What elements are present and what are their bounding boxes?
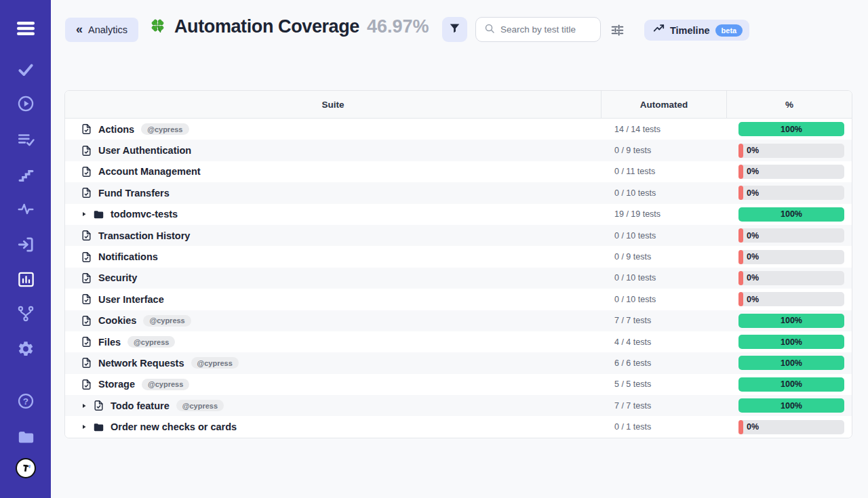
- steps-stairs-icon[interactable]: [16, 165, 36, 185]
- test-plans-list-check-icon[interactable]: [16, 129, 36, 150]
- search-input[interactable]: [500, 24, 593, 35]
- automated-count: 0 / 1 tests: [601, 422, 727, 432]
- coverage-bar: 0%: [738, 165, 844, 179]
- zero-percent-sliver: [738, 250, 743, 264]
- coverage-percent-title: 46.97%: [367, 16, 429, 37]
- runs-play-circle-icon[interactable]: [16, 94, 36, 114]
- testomat-logo[interactable]: [16, 458, 36, 478]
- suite-name: Files: [98, 337, 121, 348]
- file-check-icon: [81, 230, 92, 241]
- analytics-bar-chart-icon[interactable]: [16, 269, 36, 289]
- coverage-bar: 0%: [738, 144, 844, 158]
- tests-check-icon[interactable]: [16, 60, 36, 80]
- table-row[interactable]: Transaction History 0 / 10 tests 0%: [65, 225, 852, 246]
- table-row[interactable]: User Interface 0 / 10 tests 0%: [65, 289, 852, 310]
- percent-cell: 100%: [727, 122, 852, 136]
- back-label: Analytics: [88, 24, 127, 35]
- coverage-percent-label: 100%: [781, 358, 802, 368]
- expand-caret-icon[interactable]: [81, 211, 87, 217]
- automated-count: 14 / 14 tests: [601, 125, 727, 134]
- adjustments-sliders-icon[interactable]: [609, 22, 625, 38]
- settings-gear-icon[interactable]: [16, 339, 36, 359]
- file-check-icon: [81, 357, 92, 369]
- svg-text:?: ?: [23, 396, 28, 407]
- table-row[interactable]: Notifications 0 / 9 tests 0%: [65, 246, 852, 267]
- hamburger-menu-icon[interactable]: [16, 18, 36, 39]
- table-row[interactable]: Files @cypress 4 / 4 tests 100%: [65, 331, 852, 352]
- zero-percent-sliver: [738, 292, 743, 306]
- zero-percent-sliver: [738, 271, 743, 285]
- table-row[interactable]: todomvc-tests 19 / 19 tests 100%: [65, 204, 852, 225]
- percent-cell: 0%: [727, 228, 852, 243]
- table-row[interactable]: Network Requests @cypress 6 / 6 tests 10…: [65, 352, 852, 373]
- filter-button[interactable]: [442, 17, 467, 42]
- percent-cell: 0%: [727, 165, 852, 179]
- table-row[interactable]: User Authentication 0 / 9 tests 0%: [65, 140, 852, 161]
- suite-cell: Transaction History: [65, 230, 601, 241]
- table-row[interactable]: Cookies @cypress 7 / 7 tests 100%: [65, 310, 852, 331]
- coverage-percent-label: 0%: [747, 188, 759, 198]
- coverage-percent-label: 0%: [747, 295, 759, 304]
- percent-cell: 0%: [727, 186, 852, 200]
- coverage-percent-label: 100%: [781, 337, 802, 347]
- coverage-bar: 0%: [738, 186, 844, 200]
- expand-caret-icon[interactable]: [81, 402, 87, 409]
- table-row[interactable]: Actions @cypress 14 / 14 tests 100%: [65, 119, 852, 140]
- zero-percent-sliver: [738, 186, 743, 200]
- coverage-percent-label: 0%: [747, 422, 759, 432]
- suite-name: Fund Transfers: [98, 188, 170, 199]
- suite-cell: Actions @cypress: [65, 123, 601, 135]
- automated-count: 0 / 9 tests: [601, 146, 727, 155]
- coverage-percent-label: 100%: [781, 316, 802, 325]
- timeline-label: Timeline: [670, 25, 710, 36]
- suite-name: Todo feature: [111, 400, 170, 411]
- automated-count: 0 / 10 tests: [601, 273, 727, 283]
- import-log-in-icon[interactable]: [16, 234, 36, 255]
- suite-tag: @cypress: [142, 379, 189, 390]
- table-row[interactable]: Storage @cypress 5 / 5 tests 100%: [65, 374, 852, 395]
- pulse-activity-icon[interactable]: [16, 199, 36, 220]
- coverage-bar: 0%: [738, 250, 844, 264]
- back-to-analytics-button[interactable]: « Analytics: [65, 18, 138, 42]
- table-row[interactable]: Security 0 / 10 tests 0%: [65, 268, 852, 289]
- search-icon: [484, 23, 495, 37]
- help-question-icon[interactable]: ?: [16, 391, 36, 411]
- suite-cell: Fund Transfers: [65, 187, 601, 199]
- column-header-percent: %: [727, 91, 852, 118]
- percent-cell: 100%: [727, 335, 852, 349]
- coverage-bar: 100%: [738, 377, 844, 392]
- zero-percent-sliver: [738, 144, 743, 158]
- timeline-button[interactable]: Timeline beta: [644, 20, 749, 41]
- table-row[interactable]: Account Management 0 / 11 tests 0%: [65, 161, 852, 182]
- automated-count: 19 / 19 tests: [601, 209, 727, 219]
- percent-cell: 0%: [727, 271, 852, 285]
- suite-cell: User Authentication: [65, 145, 601, 157]
- table-header: Suite Automated %: [65, 91, 852, 119]
- table-row[interactable]: Fund Transfers 0 / 10 tests 0%: [65, 182, 852, 203]
- coverage-bar: 0%: [738, 271, 844, 285]
- suite-name: todomvc-tests: [111, 209, 178, 220]
- branches-git-branch-icon[interactable]: [16, 304, 36, 324]
- percent-cell: 100%: [727, 314, 852, 328]
- table-row[interactable]: Order new checks or cards 0 / 1 tests 0%: [65, 416, 852, 437]
- suite-cell: Storage @cypress: [65, 379, 601, 390]
- expand-caret-icon[interactable]: [81, 423, 87, 430]
- zero-percent-sliver: [738, 165, 743, 179]
- table-row[interactable]: Todo feature @cypress 7 / 7 tests 100%: [65, 395, 852, 416]
- suite-tag: @cypress: [191, 357, 239, 369]
- suite-name: Network Requests: [98, 358, 184, 369]
- coverage-bar: 100%: [738, 335, 844, 349]
- coverage-bar: 100%: [738, 122, 844, 136]
- file-check-icon: [81, 293, 92, 305]
- suite-cell: Network Requests @cypress: [65, 357, 601, 369]
- projects-folder-icon[interactable]: [16, 426, 36, 447]
- suite-name: Notifications: [98, 251, 158, 262]
- page-title: Automation Coverage: [174, 16, 359, 37]
- suite-name: Transaction History: [98, 230, 190, 241]
- suite-cell: Order new checks or cards: [65, 421, 601, 433]
- suite-name: Security: [98, 272, 137, 283]
- automated-count: 6 / 6 tests: [601, 358, 727, 368]
- suite-cell: User Interface: [65, 293, 601, 305]
- column-header-suite: Suite: [65, 91, 601, 118]
- suite-cell: todomvc-tests: [65, 209, 601, 220]
